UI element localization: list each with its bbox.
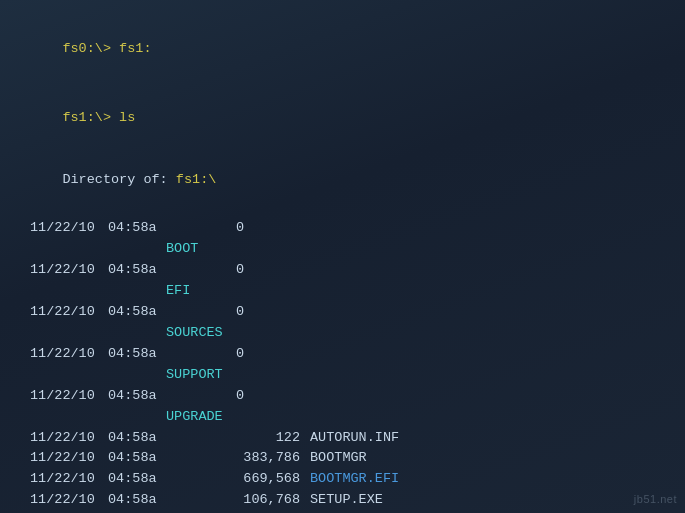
ls-command: fs1:\> ls — [30, 87, 655, 150]
initial-prompt: fs0:\> fs1: — [30, 18, 655, 81]
table-row: 11/22/1004:58a0UPGRADE — [30, 386, 655, 428]
file-listing: 11/22/1004:58a0BOOT11/22/1004:58a0EFI11/… — [30, 218, 655, 513]
watermark: jb51.net — [634, 493, 677, 505]
table-row: 11/22/1004:58a0EFI — [30, 260, 655, 302]
dir-header: Directory of: fs1:\ — [30, 150, 655, 213]
table-row: 11/22/1004:58a122AUTORUN.INF — [30, 428, 655, 449]
terminal-screen: fs0:\> fs1: fs1:\> ls Directory of: fs1:… — [0, 0, 685, 513]
table-row: 11/22/1004:58a106,768SETUP.EXE — [30, 490, 655, 511]
table-row: 11/22/1004:58a383,786BOOTMGR — [30, 448, 655, 469]
table-row: 11/22/1004:58a0SOURCES — [30, 302, 655, 344]
table-row: 11/22/1004:58a0BOOT — [30, 218, 655, 260]
table-row: 11/22/1004:58a0SUPPORT — [30, 344, 655, 386]
table-row: 11/22/1004:58a669,568BOOTMGR.EFI — [30, 469, 655, 490]
